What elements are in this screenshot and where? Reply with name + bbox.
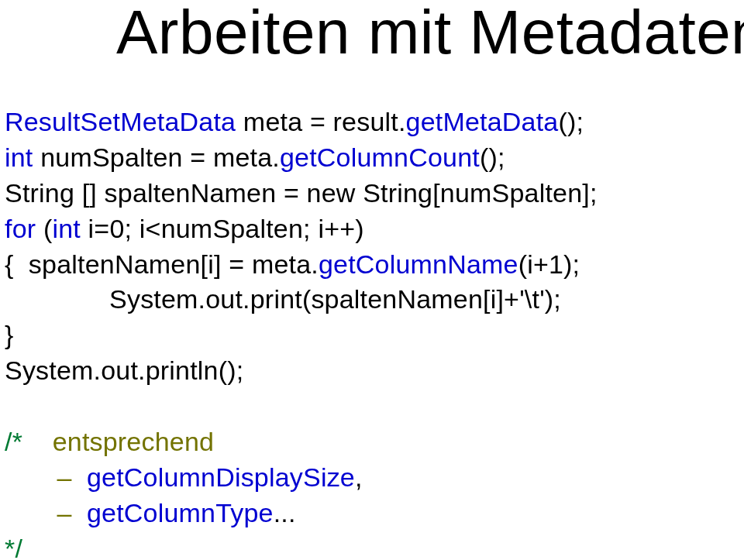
code-text: ... xyxy=(274,498,296,527)
comment-end: */ xyxy=(5,534,22,560)
code-text: (); xyxy=(480,143,505,172)
keyword-int: int xyxy=(52,214,81,243)
method-getcolumncount: getColumnCount xyxy=(280,143,480,172)
comment-bullet: – xyxy=(5,498,87,527)
code-text: { spaltenNamen[i] = meta. xyxy=(5,249,319,279)
comment-start: /* xyxy=(5,427,22,456)
slide-title: Arbeiten mit Metadaten xyxy=(116,0,738,65)
code-block: ResultSetMetaData meta = result.getMetaD… xyxy=(5,105,739,560)
code-text: String [] spaltenNamen = new String[numS… xyxy=(5,178,598,208)
code-text: (); xyxy=(558,107,584,136)
code-text: } xyxy=(5,320,14,349)
slide: Arbeiten mit Metadaten ResultSetMetaData… xyxy=(0,0,744,560)
type-resultsetmetadata: ResultSetMetaData xyxy=(5,107,236,136)
code-text: , xyxy=(355,462,363,492)
method-getmetadata: getMetaData xyxy=(406,107,559,136)
code-text: System.out.println(); xyxy=(5,356,243,385)
method-getcolumnname: getColumnName xyxy=(319,249,518,279)
keyword-int: int xyxy=(5,143,33,172)
code-text: (i+1); xyxy=(518,249,580,279)
method-getcolumntype: getColumnType xyxy=(87,498,274,527)
comment-bullet: – xyxy=(5,462,87,492)
code-text: meta = result. xyxy=(236,107,405,136)
comment-text: entsprechend xyxy=(22,427,214,456)
code-text: numSpalten = meta. xyxy=(33,143,280,172)
method-getcolumndisplaysize: getColumnDisplaySize xyxy=(87,462,355,492)
code-text: System.out.print(spaltenNamen[i]+'\t'); xyxy=(5,284,561,314)
code-text: ( xyxy=(36,214,52,243)
code-text: i=0; i<numSpalten; i++) xyxy=(81,214,364,243)
keyword-for: for xyxy=(5,214,36,243)
